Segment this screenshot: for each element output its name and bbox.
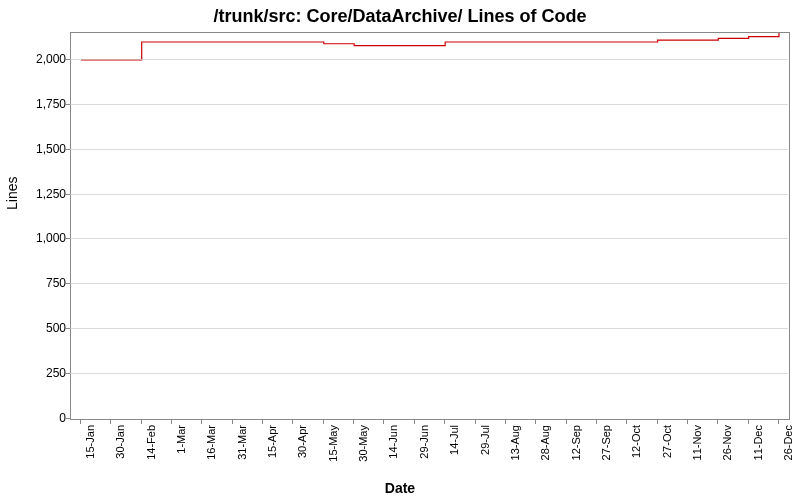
x-tick-label: 16-Mar <box>205 425 217 460</box>
x-tick <box>778 419 779 424</box>
x-tick <box>323 419 324 424</box>
y-tick-label: 1,000 <box>6 231 66 245</box>
x-tick-label: 27-Sep <box>600 425 612 460</box>
x-tick-label: 1-Mar <box>175 425 187 454</box>
x-tick-label: 14-Feb <box>145 425 157 460</box>
x-tick-label: 13-Aug <box>509 425 521 460</box>
y-tick-label: 1,750 <box>6 97 66 111</box>
x-tick <box>292 419 293 424</box>
x-tick <box>505 419 506 424</box>
x-tick <box>262 419 263 424</box>
x-axis-label: Date <box>0 480 800 496</box>
x-tick-label: 15-Jan <box>84 425 96 459</box>
x-tick-label: 15-May <box>327 425 339 462</box>
gridline <box>70 283 788 284</box>
gridline <box>70 104 788 105</box>
y-tick-label: 500 <box>6 321 66 335</box>
data-line <box>71 33 789 419</box>
x-tick-label: 14-Jul <box>448 425 460 455</box>
x-tick-label: 28-Aug <box>539 425 551 460</box>
x-tick <box>383 419 384 424</box>
gridline <box>70 238 788 239</box>
gridline <box>70 59 788 60</box>
gridline <box>70 373 788 374</box>
y-tick-label: 250 <box>6 366 66 380</box>
x-tick-label: 26-Dec <box>782 425 794 460</box>
x-tick-label: 29-Jun <box>418 425 430 459</box>
x-tick <box>171 419 172 424</box>
x-tick <box>535 419 536 424</box>
x-tick-label: 11-Dec <box>752 425 764 460</box>
x-tick <box>687 419 688 424</box>
x-tick-label: 30-Jan <box>114 425 126 459</box>
x-tick-label: 27-Oct <box>661 425 673 458</box>
gridline <box>70 194 788 195</box>
y-tick-label: 1,500 <box>6 142 66 156</box>
x-tick-label: 11-Nov <box>691 425 703 460</box>
gridline <box>70 328 788 329</box>
x-tick <box>475 419 476 424</box>
y-tick <box>65 418 70 419</box>
y-tick-label: 0 <box>6 411 66 425</box>
x-tick <box>414 419 415 424</box>
x-tick-label: 30-Apr <box>296 425 308 458</box>
x-tick <box>596 419 597 424</box>
y-tick-label: 2,000 <box>6 52 66 66</box>
y-tick-label: 1,250 <box>6 187 66 201</box>
gridline <box>70 149 788 150</box>
x-tick <box>232 419 233 424</box>
x-tick <box>110 419 111 424</box>
loc-chart: /trunk/src: Core/DataArchive/ Lines of C… <box>0 0 800 500</box>
x-tick <box>717 419 718 424</box>
x-tick <box>201 419 202 424</box>
x-tick <box>748 419 749 424</box>
x-tick <box>626 419 627 424</box>
x-tick <box>444 419 445 424</box>
x-tick <box>80 419 81 424</box>
x-tick <box>353 419 354 424</box>
x-tick-label: 29-Jul <box>479 425 491 455</box>
x-tick <box>141 419 142 424</box>
x-tick <box>566 419 567 424</box>
chart-title: /trunk/src: Core/DataArchive/ Lines of C… <box>0 6 800 27</box>
x-tick-label: 12-Oct <box>630 425 642 458</box>
x-tick-label: 30-May <box>357 425 369 462</box>
x-tick-label: 14-Jun <box>387 425 399 459</box>
x-tick-label: 31-Mar <box>236 425 248 460</box>
x-tick-label: 12-Sep <box>570 425 582 460</box>
x-tick-label: 15-Apr <box>266 425 278 458</box>
x-tick <box>657 419 658 424</box>
y-tick-label: 750 <box>6 276 66 290</box>
plot-area <box>70 32 790 420</box>
x-tick-label: 26-Nov <box>721 425 733 460</box>
